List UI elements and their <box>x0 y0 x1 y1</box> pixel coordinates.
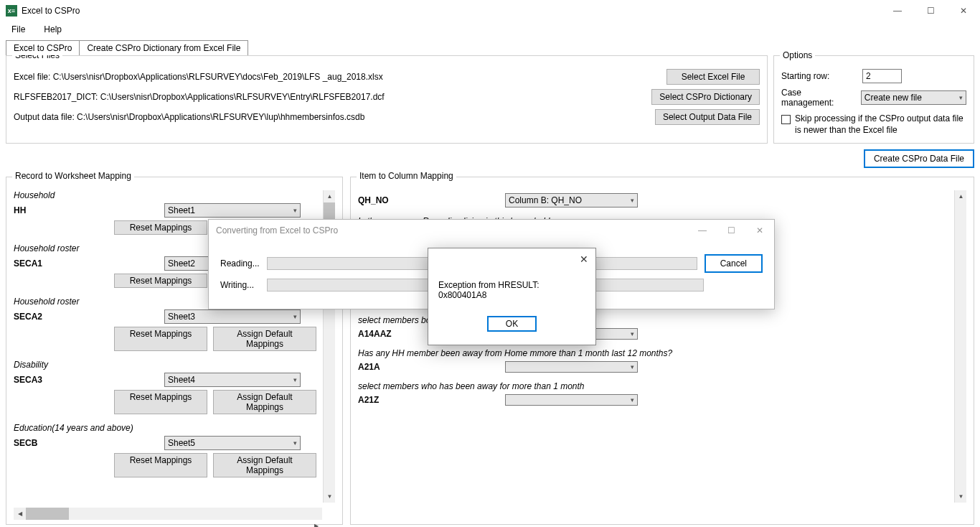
item-group: select members who has been away for mor… <box>358 381 951 406</box>
skip-processing-label: Skip processing if the CSPro output data… <box>795 113 966 136</box>
reset-mappings-button[interactable]: Reset Mappings <box>114 274 207 288</box>
column-select[interactable]: Column B: QH_NO▾ <box>505 193 638 207</box>
scroll-right-icon[interactable]: ▶ <box>310 520 322 527</box>
column-select[interactable]: ▾ <box>505 394 638 406</box>
menubar: File Help <box>0 22 980 37</box>
chevron-down-icon: ▾ <box>631 330 634 337</box>
window-controls: — ☐ ✕ <box>881 0 980 22</box>
reading-label: Reading... <box>220 258 260 269</box>
scrollbar-vertical-right[interactable]: ▲ ▼ <box>954 190 966 503</box>
titlebar: x≡ Excel to CSPro <box>0 0 980 22</box>
record-code: SECA2 <box>14 312 164 322</box>
tabs: Excel to CSPro Create CSPro Dictionary f… <box>6 40 974 55</box>
item-code: A21Z <box>358 395 505 405</box>
scrollbar-thumb-h[interactable] <box>26 508 69 520</box>
chevron-down-icon: ▾ <box>293 439 297 447</box>
chevron-down-icon: ▾ <box>293 207 297 214</box>
starting-row-label: Starting row: <box>781 71 857 81</box>
minimize-button[interactable]: — <box>881 0 914 22</box>
chevron-down-icon: ▾ <box>959 94 963 101</box>
item-code: QH_NO <box>358 195 505 205</box>
record-code: SECA3 <box>14 375 164 385</box>
starting-row-input[interactable] <box>862 69 902 83</box>
reset-mappings-button[interactable]: Reset Mappings <box>114 327 207 351</box>
menu-help[interactable]: Help <box>39 23 66 36</box>
item-question: select members who has been away for mor… <box>358 381 935 391</box>
record-title: Household <box>14 190 316 200</box>
column-select[interactable]: ▾ <box>505 361 638 373</box>
tab-excel-to-cspro[interactable]: Excel to CSPro <box>6 40 80 55</box>
scroll-down-icon[interactable]: ▼ <box>955 490 966 503</box>
scroll-down-icon[interactable]: ▼ <box>324 490 335 503</box>
menu-file[interactable]: File <box>7 23 29 36</box>
options-legend: Options <box>780 50 815 60</box>
chevron-down-icon: ▾ <box>631 197 634 204</box>
item-group: Has any HH member been away from Home mm… <box>358 348 951 373</box>
close-button[interactable]: ✕ <box>947 0 980 22</box>
select-files-group: Select Files Excel file: C:\Users\nisr\D… <box>6 55 768 144</box>
select-output-button[interactable]: Select Output Data File <box>655 109 760 125</box>
sheet-select[interactable]: Sheet3▾ <box>164 309 301 324</box>
case-mgmt-select[interactable]: Create new file▾ <box>861 90 966 105</box>
select-dictionary-button[interactable]: Select CSPro Dictionary <box>651 89 760 105</box>
record-code: HH <box>14 205 164 215</box>
item-question: Has any HH member been away from Home mm… <box>358 348 935 358</box>
scrollbar-horizontal[interactable]: ◀ ▶ <box>14 508 322 520</box>
scroll-up-icon[interactable]: ▲ <box>324 190 335 202</box>
writing-label: Writing... <box>220 280 260 290</box>
scroll-up-icon[interactable]: ▲ <box>955 190 966 202</box>
sheet-select[interactable]: Sheet5▾ <box>164 436 301 450</box>
window-title: Excel to CSPro <box>22 6 80 16</box>
error-close-button[interactable]: ✕ <box>580 253 588 265</box>
record-mapping-legend: Record to Worksheet Mapping <box>12 171 134 181</box>
reset-mappings-button[interactable]: Reset Mappings <box>114 220 207 235</box>
dialog-maximize-button[interactable]: ☐ <box>717 220 745 241</box>
assign-default-button[interactable]: Assign Default Mappings <box>213 327 316 351</box>
record-group: Disability SECA3 Sheet4▾ Reset Mappings … <box>14 360 332 414</box>
reset-mappings-button[interactable]: Reset Mappings <box>114 453 207 477</box>
reset-mappings-button[interactable]: Reset Mappings <box>114 390 207 414</box>
error-dialog: ✕ Exception from HRESULT: 0x800401A8 OK <box>428 248 596 345</box>
sheet-select[interactable]: Sheet4▾ <box>164 373 301 387</box>
tab-create-dictionary[interactable]: Create CSPro Dictionary from Excel File <box>79 40 248 55</box>
item-code: A21A <box>358 362 505 372</box>
item-mapping-legend: Item to Column Mapping <box>357 171 456 181</box>
case-mgmt-label: Case management: <box>781 88 855 108</box>
output-file-path: Output data file: C:\Users\nisr\Dropbox\… <box>14 112 649 122</box>
chevron-down-icon: ▾ <box>631 363 634 370</box>
create-cspro-data-button[interactable]: Create CSPro Data File <box>864 149 974 168</box>
excel-file-path: Excel file: C:\Users\nisr\Dropbox\Applic… <box>14 72 661 82</box>
dialog-close-button[interactable]: ✕ <box>745 220 774 241</box>
error-message: Exception from HRESULT: 0x800401A8 <box>438 280 585 300</box>
record-code: SECB <box>14 438 164 448</box>
dialog-minimize-button[interactable]: — <box>688 220 717 241</box>
chevron-down-icon: ▾ <box>293 376 297 383</box>
item-group: QH_NO Column B: QH_NO▾ <box>358 193 951 207</box>
app-icon: x≡ <box>6 5 17 17</box>
chevron-down-icon: ▾ <box>631 396 634 404</box>
options-group: Options Starting row: Case management: C… <box>773 55 974 144</box>
record-code: SECA1 <box>14 258 164 269</box>
assign-default-button[interactable]: Assign Default Mappings <box>213 453 316 477</box>
ok-button[interactable]: OK <box>487 316 537 332</box>
maximize-button[interactable]: ☐ <box>914 0 947 22</box>
skip-processing-checkbox[interactable] <box>781 115 791 124</box>
chevron-down-icon: ▾ <box>293 313 297 320</box>
sheet-select[interactable]: Sheet1▾ <box>164 203 301 218</box>
scroll-left-icon[interactable]: ◀ <box>14 508 26 520</box>
record-group: Education(14 years and above) SECB Sheet… <box>14 423 332 477</box>
select-excel-button[interactable]: Select Excel File <box>666 69 760 85</box>
cancel-button[interactable]: Cancel <box>705 254 763 273</box>
record-title: Education(14 years and above) <box>14 423 316 433</box>
dialog-title: Converting from Excel to CSPro <box>216 225 338 235</box>
dictionary-path: RLFSFEB2017_DICT: C:\Users\nisr\Dropbox\… <box>14 92 646 102</box>
assign-default-button[interactable]: Assign Default Mappings <box>213 390 316 414</box>
record-title: Disability <box>14 360 316 370</box>
